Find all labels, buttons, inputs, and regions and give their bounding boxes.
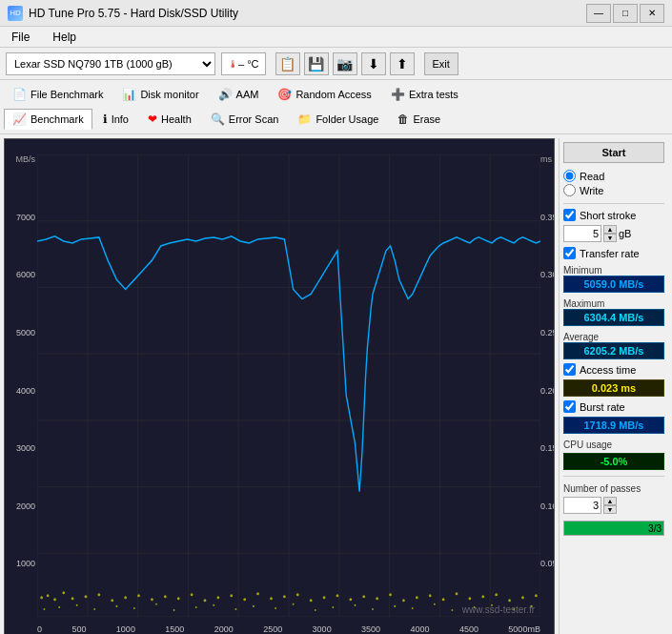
access-time-checkbox[interactable]: Access time [563,363,664,376]
cpu-usage-label: CPU usage [563,440,664,450]
maximize-button[interactable]: □ [613,4,638,23]
tab-folder-usage[interactable]: 📁 Folder Usage [289,109,387,130]
start-button[interactable]: Start [563,142,664,163]
menu-file[interactable]: File [8,29,33,46]
svg-point-46 [362,595,365,598]
x-label-4500: 4500 [459,624,479,634]
access-time-value: 0.023 ms [563,379,664,397]
write-radio-input[interactable] [563,184,576,196]
svg-point-61 [58,606,60,608]
x-label-4000: 4000 [410,624,429,634]
svg-point-62 [76,604,78,606]
tab-erase[interactable]: 🗑 Erase [389,109,449,130]
y-label-mbs: MB/s [7,154,35,164]
divider-2 [563,476,664,477]
svg-point-76 [355,604,356,606]
tab-error-scan[interactable]: 🔍 Error Scan [202,109,288,130]
health-icon: ❤ [148,112,157,126]
transfer-rate-input[interactable] [563,247,576,259]
svg-point-41 [296,593,299,596]
tab-extra-tests-label: Extra tests [409,89,458,100]
svg-point-69 [213,604,214,606]
svg-point-23 [62,591,65,594]
y-axis-left: MB/s 7000 6000 5000 4000 3000 2000 1000 [7,154,35,617]
cpu-usage-value: -5.0% [563,453,664,470]
window-controls[interactable]: — □ ✕ [586,4,664,23]
short-stroke-value-input[interactable] [563,225,601,242]
svg-point-51 [429,594,432,597]
svg-point-52 [442,598,445,601]
toolbar-icon-5[interactable]: ⬆ [390,52,415,75]
tab-file-benchmark[interactable]: 📄 File Benchmark [4,84,112,105]
svg-point-40 [283,595,286,598]
tab-random-access[interactable]: 🎯 Random Access [269,84,379,105]
erase-icon: 🗑 [397,112,409,126]
y-right-020: 0.20 [540,386,554,396]
tab-info[interactable]: ℹ Info [94,109,137,130]
toolbar-icon-2[interactable]: 💾 [304,52,329,75]
y-right-030: 0.30 [540,270,554,279]
svg-point-29 [137,594,140,597]
y-label-6000: 6000 [7,270,35,279]
aam-icon: 🔊 [218,88,233,101]
write-radio[interactable]: Write [563,184,664,196]
read-radio-input[interactable] [563,170,576,182]
access-time-input[interactable] [563,363,576,376]
random-access-icon: 🎯 [277,88,292,101]
close-button[interactable]: ✕ [640,4,664,23]
burst-rate-value: 1718.9 MB/s [563,417,664,434]
toolbar-icon-4[interactable]: ⬇ [361,52,386,75]
benchmark-icon: 📈 [12,112,27,126]
svg-point-79 [412,607,414,609]
passes-spinner-down[interactable]: ▼ [603,505,617,514]
toolbar-icon-3[interactable]: 📷 [333,52,357,75]
burst-rate-label: Burst rate [580,401,625,413]
exit-button[interactable]: Exit [424,52,458,75]
tab-health[interactable]: ❤ Health [139,109,200,130]
spinner-up[interactable]: ▲ [603,225,617,234]
svg-point-55 [481,595,484,598]
passes-spinner: ▲ ▼ [563,497,664,514]
passes-value-input[interactable] [563,497,601,514]
burst-rate-input[interactable] [563,400,576,413]
svg-point-65 [133,607,135,609]
drive-selector[interactable]: Lexar SSD NQ790 1TB (1000 gB) [6,52,215,75]
x-label-0: 0 [37,624,42,634]
short-stroke-checkbox[interactable]: Short stroke [563,209,664,221]
svg-point-34 [204,599,207,602]
svg-point-80 [434,603,436,605]
svg-point-75 [332,606,334,608]
access-time-label: Access time [580,364,636,376]
tab-disk-monitor-label: Disk monitor [140,89,198,100]
short-stroke-spinner: ▲ ▼ gB [563,225,664,242]
svg-point-43 [323,596,326,599]
svg-point-81 [451,609,453,611]
chart-svg [37,154,540,617]
y-right-005: 0.05 [540,559,554,568]
menu-help[interactable]: Help [49,29,80,46]
tab-disk-monitor[interactable]: 📊 Disk monitor [113,84,207,105]
svg-point-28 [124,596,127,599]
svg-point-66 [155,603,157,605]
minimize-button[interactable]: — [586,4,611,23]
tab-aam[interactable]: 🔊 AAM [210,84,268,105]
transfer-rate-checkbox[interactable]: Transfer rate [563,247,664,259]
read-radio[interactable]: Read [563,170,664,182]
toolbar-icon-1[interactable]: 📋 [275,52,300,75]
tab-benchmark[interactable]: 📈 Benchmark [4,109,92,130]
burst-rate-checkbox[interactable]: Burst rate [563,400,664,413]
svg-point-64 [115,605,117,607]
write-label: Write [580,185,603,196]
short-stroke-input[interactable] [563,209,576,221]
spinner-down[interactable]: ▼ [603,234,617,242]
svg-point-30 [151,598,153,601]
svg-point-31 [164,595,167,598]
tab-extra-tests[interactable]: ➕ Extra tests [382,84,467,105]
y-label-3000: 3000 [7,443,35,453]
folder-usage-icon: 📁 [297,112,312,126]
passes-spinner-up[interactable]: ▲ [603,497,617,505]
title-bar-left: HD HD Tune Pro 5.75 - Hard Disk/SSD Util… [8,6,238,21]
svg-point-27 [111,599,113,602]
maximum-section: Maximum 6304.4 MB/s [563,297,664,327]
svg-point-58 [521,596,524,599]
